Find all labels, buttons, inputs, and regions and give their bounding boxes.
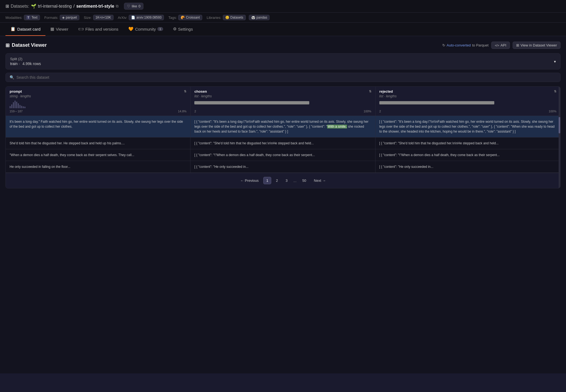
- sort-rejected-icon[interactable]: ⇅: [554, 90, 556, 93]
- tab-dataset-card[interactable]: 📋 Dataset card: [5, 23, 45, 36]
- org-icon: 🌱: [31, 4, 36, 9]
- histogram-bar: [24, 107, 25, 108]
- lib2-badge[interactable]: 🐼 pandas: [249, 15, 270, 20]
- lib2-value: pandas: [256, 16, 267, 19]
- viewer-title-text: Dataset Viewer: [12, 42, 47, 48]
- data-table: prompt ⇅ string · lengths 159↔187 14.8%: [5, 86, 561, 188]
- col-name-chosen: chosen ⇅: [194, 89, 371, 93]
- size-label: Size:: [84, 16, 92, 20]
- like-count: 0: [138, 4, 140, 8]
- viewer-title: ⊞ Dataset Viewer: [5, 42, 47, 48]
- cell-prompt-0: It's been a long day." Faith watched him…: [6, 116, 190, 137]
- histogram-bar: [11, 104, 12, 108]
- table-header-row: prompt ⇅ string · lengths 159↔187 14.8%: [6, 87, 560, 116]
- arxiv-badge[interactable]: 📄 arxiv:1909.08593: [129, 15, 164, 20]
- split-info: Split (2) train · 4.99k rows: [10, 57, 41, 66]
- dot-separator: ·: [19, 62, 20, 66]
- progress-bar-rejected: [379, 101, 495, 104]
- split-rows: 4.99k rows: [22, 62, 41, 66]
- histogram-bar: [19, 105, 21, 108]
- col-header-chosen: chosen ⇅ list · lengths 2 100%: [190, 87, 375, 116]
- arxiv-item: ArXiv: 📄 arxiv:1909.08593: [118, 15, 164, 20]
- tab-settings[interactable]: ⚙ Settings: [168, 23, 198, 36]
- col-range-prompt: 159↔187 14.8%: [10, 110, 186, 113]
- cell-prompt-1: She'd told him that he disgusted her. He…: [6, 138, 190, 149]
- col-type-chosen: list · lengths: [194, 94, 371, 98]
- col-progress-chosen: [194, 100, 371, 108]
- modalities-label: Modalities:: [5, 16, 22, 20]
- api-button[interactable]: </> API: [491, 42, 510, 49]
- page-2-button[interactable]: 2: [273, 177, 281, 184]
- highlight-text: With a smile,: [327, 125, 347, 128]
- format-badge[interactable]: ◈ parquet: [60, 15, 79, 20]
- org-name[interactable]: trl-internal-testing: [38, 4, 72, 9]
- split-selector[interactable]: Split (2) train · 4.99k rows ▾: [5, 53, 561, 69]
- page-3-button[interactable]: 3: [282, 177, 290, 184]
- auto-converted-link[interactable]: Auto-converted: [447, 43, 471, 47]
- cell-rejected-2: [ { "content": "\"When a demon dies a ha…: [376, 149, 560, 161]
- pandas-icon: 🐼: [251, 16, 255, 19]
- table-row[interactable]: She'd told him that he disgusted her. He…: [6, 138, 560, 149]
- modality-value: Text: [31, 16, 37, 19]
- prev-page-button[interactable]: ← Previous: [237, 177, 262, 184]
- pagination: ← Previous 1 2 3 ... 50 Next →: [6, 173, 560, 188]
- cell-chosen-0: [ { "content": "It's been a long day.\"\…: [190, 116, 375, 137]
- histogram-bar: [21, 106, 22, 108]
- formats-item: Formats: ◈ parquet: [44, 15, 79, 20]
- repo-name[interactable]: sentiment-trl-style: [76, 4, 114, 9]
- tag-badge[interactable]: 🥐 Croissant: [178, 15, 202, 20]
- auto-converted-text: ↻ Auto-converted to Parquet: [442, 43, 489, 47]
- col-range-chosen: 2 100%: [194, 110, 371, 113]
- grid-icon: ⊞: [516, 43, 519, 47]
- settings-icon: ⚙: [173, 27, 177, 31]
- copy-icon[interactable]: ⧉: [116, 4, 119, 8]
- like-button[interactable]: ♡ like 0: [124, 3, 143, 10]
- lib1-badge[interactable]: 😊 Datasets: [223, 15, 246, 20]
- tags-label: Tags:: [168, 16, 177, 20]
- top-header: ⊞ Datasets: 🌱 trl-internal-testing / sen…: [0, 0, 566, 13]
- scroll-thumb[interactable]: [559, 117, 560, 133]
- table-row[interactable]: It's been a long day." Faith watched him…: [6, 116, 560, 138]
- table-row[interactable]: "When a demon dies a half death, they co…: [6, 149, 560, 161]
- train-badge: train: [10, 62, 18, 66]
- cell-chosen-3: [ { "content": "He only succeeded in...: [190, 161, 375, 172]
- split-value: train · 4.99k rows: [10, 62, 41, 66]
- code-icon: </>: [495, 44, 499, 47]
- db-icon: ⊞: [5, 4, 9, 9]
- croissant-icon: 🥐: [181, 16, 185, 19]
- sort-prompt-icon[interactable]: ⇅: [184, 90, 186, 93]
- col-header-rejected: rejected ⇅ list · lengths 2 100%: [376, 87, 560, 116]
- histogram-bar: [15, 101, 16, 108]
- size-value: 1K<n<10K: [96, 16, 111, 19]
- arxiv-label: ArXiv:: [118, 16, 128, 20]
- cell-chosen-1: [ { "content": "She'd told him that he d…: [190, 138, 375, 149]
- table-row[interactable]: He only succeeded in falling on the floo…: [6, 161, 560, 173]
- tab-viewer[interactable]: ▦ Viewer: [45, 23, 73, 36]
- page-ellipsis: ...: [292, 177, 298, 184]
- tab-files-versions[interactable]: ⊏⊐ Files and versions: [73, 23, 123, 36]
- modality-badge[interactable]: T Text: [24, 15, 40, 20]
- separator: /: [73, 4, 74, 9]
- tab-community[interactable]: 🧡 Community 1: [123, 23, 168, 36]
- view-in-dataset-viewer-button[interactable]: ⊞ View in Dataset Viewer: [513, 42, 561, 49]
- histogram-bar: [13, 102, 14, 108]
- sort-chosen-icon[interactable]: ⇅: [369, 90, 371, 93]
- auto-converted-suffix: to Parquet: [472, 43, 489, 47]
- split-label: Split (2): [10, 57, 41, 61]
- histogram-bar: [23, 106, 24, 108]
- like-label: like: [132, 4, 137, 8]
- search-input[interactable]: [16, 75, 556, 80]
- tags-item: Tags: 🥐 Croissant: [168, 15, 202, 20]
- breadcrumb: ⊞ Datasets: 🌱 trl-internal-testing / sen…: [5, 4, 119, 9]
- libraries-item: Libraries: 😊 Datasets 🐼 pandas: [207, 15, 270, 20]
- page-50-button[interactable]: 50: [299, 177, 309, 184]
- col-name-rejected: rejected ⇅: [379, 89, 556, 93]
- view-btn-label: View in Dataset Viewer: [521, 43, 557, 47]
- tab-dataset-card-label: Dataset card: [17, 27, 41, 31]
- col-type-prompt: string · lengths: [10, 94, 186, 98]
- search-bar[interactable]: 🔍: [5, 73, 561, 82]
- meta-bar: Modalities: T Text Formats: ◈ parquet Si…: [0, 13, 566, 23]
- next-page-button[interactable]: Next →: [311, 177, 329, 184]
- page-1-button[interactable]: 1: [263, 177, 271, 184]
- cell-rejected-3: [ { "content": "He only succeeded in...: [376, 161, 560, 172]
